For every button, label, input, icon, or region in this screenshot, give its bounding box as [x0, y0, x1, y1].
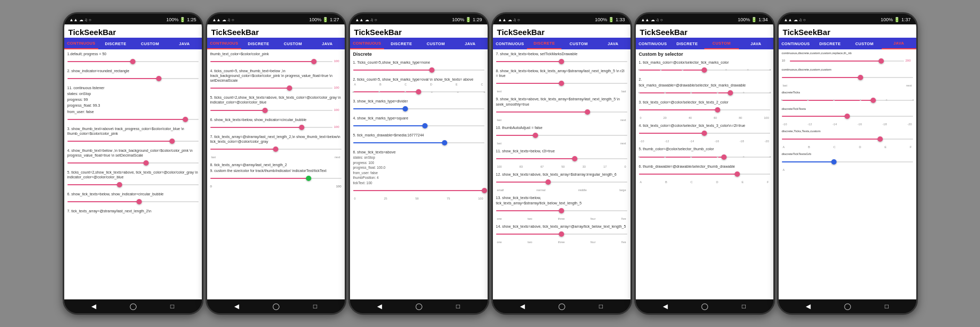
recents-icon[interactable]: □ [313, 303, 317, 310]
back-icon[interactable]: ◀ [234, 303, 239, 310]
slider-ticks[interactable]: ABCDEC [353, 83, 484, 96]
nav-bar: ◀ ◯ □ [64, 299, 202, 313]
slider-ticks-range[interactable] [782, 97, 913, 104]
slider-ticks-small[interactable] [639, 89, 770, 97]
home-icon[interactable]: ◯ [701, 303, 708, 310]
slider-range[interactable]: 10200 [782, 57, 913, 65]
slider-tick-labels[interactable]: lastnext [496, 132, 627, 145]
slider-labeled[interactable]: 0255875100 [353, 187, 484, 201]
tab-custom[interactable]: CUSTOM [419, 38, 453, 49]
slider-labeled[interactable]: 10083675033170 [496, 155, 627, 169]
tab-continuous[interactable]: CONTINUOUS [64, 38, 99, 49]
home-icon[interactable]: ◯ [415, 303, 422, 310]
tab-continuous[interactable]: CONTINUOUS [207, 38, 242, 49]
tab-continuous[interactable]: CONTINUOUS [350, 38, 385, 49]
tab-discrete[interactable]: DISCRETE [813, 38, 847, 49]
slider[interactable] [67, 58, 199, 65]
slider-green[interactable]: 0100 [210, 175, 342, 189]
home-icon[interactable]: ◯ [844, 303, 851, 310]
slider[interactable] [67, 137, 199, 145]
tab-custom[interactable]: CUSTOM [847, 38, 882, 49]
tab-discrete[interactable]: DISCRETE [670, 38, 704, 49]
slider-labeled[interactable]: onetwothreefourfive [496, 207, 627, 221]
slider-tick-labels[interactable]: textlast [496, 80, 627, 93]
nav-bar: ◀ ◯ □ [350, 299, 488, 313]
back-icon[interactable]: ◀ [91, 303, 96, 310]
tab-discrete[interactable]: DISCRETE [384, 38, 419, 49]
slider[interactable] [353, 139, 484, 147]
slider-labeled[interactable]: -10-12-14-16-18-20 [639, 130, 770, 143]
recents-icon[interactable]: □ [885, 303, 889, 310]
slider[interactable] [353, 66, 484, 74]
content-text: 4. show_tick_marks_type=square [353, 116, 484, 121]
content-area: 7. show_tick_texts=below, setTickMarksDr… [493, 49, 630, 299]
slider-tick-labels[interactable]: lastnext [210, 145, 342, 159]
back-icon[interactable]: ◀ [520, 303, 525, 310]
recents-icon[interactable]: □ [742, 303, 746, 310]
slider-ticks-small[interactable] [639, 153, 770, 161]
slider-ticks-small[interactable] [639, 66, 770, 74]
home-icon[interactable]: ◯ [130, 303, 137, 310]
slider[interactable] [496, 58, 627, 65]
tab-continuous[interactable]: CONTINUOUS [636, 38, 670, 49]
slider[interactable]: 100 [210, 124, 342, 131]
signal-icons: ▲▲ ☁ ♫ ○ [641, 18, 663, 22]
slider-tick-labels[interactable]: lastnext [496, 108, 627, 122]
tab-java[interactable]: JAVA [739, 38, 773, 49]
slider[interactable] [67, 116, 199, 123]
content-text: 13. show_tick_texts=below, tick_texts_ar… [496, 195, 627, 205]
tab-discrete[interactable]: DISCRETE [98, 38, 133, 49]
recents-icon[interactable]: □ [456, 303, 460, 310]
tab-continuous[interactable]: CONTINUOUS [493, 38, 527, 49]
tab-continuous[interactable]: CONTINUOUS [779, 38, 813, 49]
content-title: Discrete [353, 51, 484, 58]
content-text: 6. show_tick_texts=below, show_indicator… [67, 192, 199, 196]
slider[interactable] [353, 105, 484, 113]
back-icon[interactable]: ◀ [806, 303, 811, 310]
tab-java[interactable]: JAVA [596, 38, 630, 49]
slider-labeled-range[interactable]: -10-12-14-16-18-20 [782, 113, 913, 126]
tab-custom[interactable]: CUSTOM [561, 38, 596, 49]
home-icon[interactable]: ◯ [558, 303, 565, 310]
tab-custom[interactable]: CUSTOM [276, 38, 310, 49]
slider-labeled[interactable]: ABCDEF [639, 170, 770, 184]
signal-icons: ▲▲ ☁ ♫ ○ [70, 18, 91, 22]
tab-java[interactable]: JAVA [882, 38, 916, 49]
tab-discrete[interactable]: DISCRETE [241, 38, 276, 49]
slider[interactable]: 100 [210, 84, 342, 92]
slider-labeled-range[interactable]: ABCDEF [782, 135, 913, 149]
content-text: discreteTicks [782, 91, 913, 95]
slider[interactable]: 100 [210, 58, 342, 65]
status-bar: ▲▲ ☁ ♫ ○100% 🔋 1:33 [493, 14, 630, 24]
slider[interactable] [353, 122, 484, 130]
home-icon[interactable]: ◯ [272, 303, 279, 310]
status-bar: ▲▲ ☁ ♫ ○100% 🔋 1:37 [779, 14, 916, 24]
tab-java[interactable]: JAVA [310, 38, 345, 49]
status-bar: ▲▲ ☁ ♫ ○100% 🔋 1:27 [207, 14, 345, 24]
slider[interactable] [67, 75, 199, 82]
recents-icon[interactable]: □ [599, 303, 603, 310]
app-title: TickSeekBar [493, 24, 630, 38]
content-text: 9. custom the size/color for track/thumb… [210, 168, 342, 173]
content-text: 10. thumbAutoAdjust = false [496, 125, 627, 130]
tab-custom[interactable]: CUSTOM [133, 38, 167, 49]
back-icon[interactable]: ◀ [377, 303, 382, 310]
tab-discrete[interactable]: DISCRETE [527, 38, 561, 49]
slider-labeled[interactable]: smallnormalmiddlelarge [496, 178, 627, 192]
content-text: from_user: false [67, 109, 199, 114]
content-text: 3. tick_texts_color=@color/selector_tick… [639, 100, 770, 105]
slider-labeled-range[interactable]: A [782, 158, 913, 172]
slider[interactable] [67, 181, 199, 188]
tab-custom[interactable]: CUSTOM [704, 38, 739, 49]
back-icon[interactable]: ◀ [663, 303, 668, 310]
slider-tick-range[interactable]: lastnext [782, 74, 913, 88]
slider-labeled[interactable]: 020406080100 [639, 106, 770, 120]
slider-labeled[interactable]: onetwothreefourfive [496, 230, 627, 244]
recents-icon[interactable]: □ [171, 303, 174, 310]
tab-java[interactable]: JAVA [167, 38, 202, 49]
tab-java[interactable]: JAVA [453, 38, 488, 49]
slider[interactable] [67, 198, 199, 205]
status-bar: ▲▲ ☁ ♫ ○100% 🔋 1:34 [636, 14, 773, 24]
slider[interactable] [67, 159, 199, 167]
slider[interactable]: 100 [210, 107, 342, 114]
